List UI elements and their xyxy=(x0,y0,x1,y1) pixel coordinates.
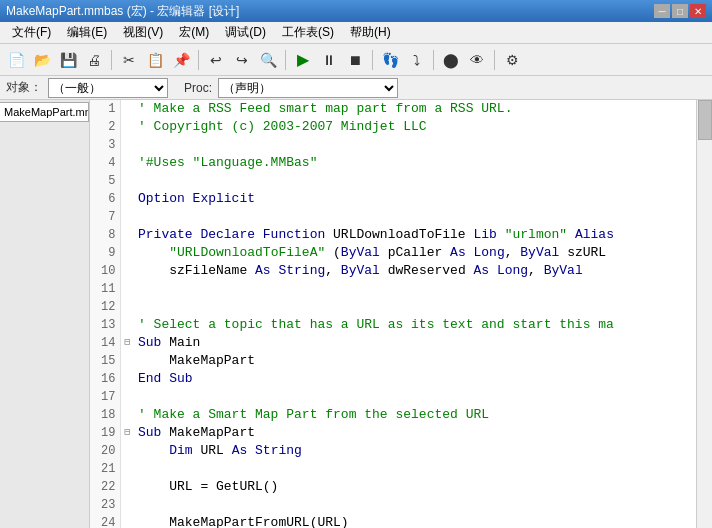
code-content[interactable] xyxy=(134,208,712,226)
code-content[interactable]: MakeMapPart xyxy=(134,352,712,370)
new-button[interactable]: 📄 xyxy=(4,48,28,72)
fold-indicator xyxy=(120,190,134,208)
menu-view[interactable]: 视图(V) xyxy=(115,22,171,43)
code-content[interactable]: Dim URL As String xyxy=(134,442,712,460)
menu-debug[interactable]: 调试(D) xyxy=(217,22,274,43)
save-button[interactable]: 💾 xyxy=(56,48,80,72)
stop-button[interactable]: ⏹ xyxy=(343,48,367,72)
code-content[interactable] xyxy=(134,496,712,514)
step-button[interactable]: 👣 xyxy=(378,48,402,72)
proc-select[interactable]: （声明） xyxy=(218,78,398,98)
code-content[interactable]: Private Declare Function URLDownloadToFi… xyxy=(134,226,712,244)
line-number: 11 xyxy=(90,280,120,298)
file-tab[interactable]: MakeMapPart.mmba ✕ xyxy=(0,102,89,122)
redo-button[interactable]: ↪ xyxy=(230,48,254,72)
file-tab-label: MakeMapPart.mmba xyxy=(4,106,89,118)
maximize-button[interactable]: □ xyxy=(672,4,688,18)
scrollbar-thumb[interactable] xyxy=(698,100,712,140)
open-button[interactable]: 📂 xyxy=(30,48,54,72)
line-number: 2 xyxy=(90,118,120,136)
fold-indicator xyxy=(120,370,134,388)
separator-5 xyxy=(433,50,434,70)
table-row: 7 xyxy=(90,208,712,226)
code-scroll[interactable]: 1' Make a RSS Feed smart map part from a… xyxy=(90,100,712,528)
minimize-button[interactable]: ─ xyxy=(654,4,670,18)
undo-button[interactable]: ↩ xyxy=(204,48,228,72)
fold-indicator xyxy=(120,442,134,460)
fold-indicator xyxy=(120,406,134,424)
table-row: 8Private Declare Function URLDownloadToF… xyxy=(90,226,712,244)
menu-file[interactable]: 文件(F) xyxy=(4,22,59,43)
table-row: 14⊟Sub Main xyxy=(90,334,712,352)
code-content[interactable]: MakeMapPartFromURL(URL) xyxy=(134,514,712,528)
line-number: 22 xyxy=(90,478,120,496)
line-number: 10 xyxy=(90,262,120,280)
properties-button[interactable]: ⚙ xyxy=(500,48,524,72)
code-content[interactable]: ' Copyright (c) 2003-2007 Mindjet LLC xyxy=(134,118,712,136)
code-content[interactable]: End Sub xyxy=(134,370,712,388)
table-row: 18' Make a Smart Map Part from the selec… xyxy=(90,406,712,424)
table-row: 20 Dim URL As String xyxy=(90,442,712,460)
code-content[interactable] xyxy=(134,136,712,154)
close-button[interactable]: ✕ xyxy=(690,4,706,18)
object-select[interactable]: （一般） xyxy=(48,78,168,98)
code-content[interactable] xyxy=(134,388,712,406)
run-button[interactable]: ▶ xyxy=(291,48,315,72)
table-row: 10 szFileName As String, ByVal dwReserve… xyxy=(90,262,712,280)
fold-indicator xyxy=(120,316,134,334)
code-editor[interactable]: 1' Make a RSS Feed smart map part from a… xyxy=(90,100,712,528)
line-number: 18 xyxy=(90,406,120,424)
menu-worksheet[interactable]: 工作表(S) xyxy=(274,22,342,43)
table-row: 13' Select a topic that has a URL as its… xyxy=(90,316,712,334)
separator-2 xyxy=(198,50,199,70)
code-content[interactable]: ' Make a Smart Map Part from the selecte… xyxy=(134,406,712,424)
code-content[interactable] xyxy=(134,280,712,298)
paste-button[interactable]: 📌 xyxy=(169,48,193,72)
line-number: 16 xyxy=(90,370,120,388)
fold-indicator[interactable]: ⊟ xyxy=(120,334,134,352)
table-row: 9 "URLDownloadToFileA" (ByVal pCaller As… xyxy=(90,244,712,262)
pause-button[interactable]: ⏸ xyxy=(317,48,341,72)
code-content[interactable]: ' Select a topic that has a URL as its t… xyxy=(134,316,712,334)
breakpoint-button[interactable]: ⬤ xyxy=(439,48,463,72)
line-number: 1 xyxy=(90,100,120,118)
table-row: 23 xyxy=(90,496,712,514)
code-content[interactable]: Sub Main xyxy=(134,334,712,352)
code-content[interactable]: szFileName As String, ByVal dwReserved A… xyxy=(134,262,712,280)
code-content[interactable]: '#Uses "Language.MMBas" xyxy=(134,154,712,172)
table-row: 24 MakeMapPartFromURL(URL) xyxy=(90,514,712,528)
table-row: 21 xyxy=(90,460,712,478)
cut-button[interactable]: ✂ xyxy=(117,48,141,72)
copy-button[interactable]: 📋 xyxy=(143,48,167,72)
scrollbar-vertical[interactable] xyxy=(696,100,712,528)
code-content[interactable] xyxy=(134,172,712,190)
table-row: 12 xyxy=(90,298,712,316)
separator-6 xyxy=(494,50,495,70)
main-area: MakeMapPart.mmba ✕ 1' Make a RSS Feed sm… xyxy=(0,100,712,528)
code-content[interactable]: Option Explicit xyxy=(134,190,712,208)
fold-indicator xyxy=(120,118,134,136)
find-button[interactable]: 🔍 xyxy=(256,48,280,72)
print-button[interactable]: 🖨 xyxy=(82,48,106,72)
code-content[interactable]: ' Make a RSS Feed smart map part from a … xyxy=(134,100,712,118)
table-row: 16End Sub xyxy=(90,370,712,388)
proc-label: Proc: xyxy=(184,81,212,95)
line-number: 17 xyxy=(90,388,120,406)
code-content[interactable] xyxy=(134,298,712,316)
stepover-button[interactable]: ⤵ xyxy=(404,48,428,72)
table-row: 11 xyxy=(90,280,712,298)
separator-3 xyxy=(285,50,286,70)
fold-indicator xyxy=(120,226,134,244)
fold-indicator xyxy=(120,262,134,280)
watch-button[interactable]: 👁 xyxy=(465,48,489,72)
code-content[interactable]: "URLDownloadToFileA" (ByVal pCaller As L… xyxy=(134,244,712,262)
menu-help[interactable]: 帮助(H) xyxy=(342,22,399,43)
fold-indicator xyxy=(120,172,134,190)
code-content[interactable]: URL = GetURL() xyxy=(134,478,712,496)
code-content[interactable] xyxy=(134,460,712,478)
separator-4 xyxy=(372,50,373,70)
menu-macro[interactable]: 宏(M) xyxy=(171,22,217,43)
fold-indicator[interactable]: ⊟ xyxy=(120,424,134,442)
code-content[interactable]: Sub MakeMapPart xyxy=(134,424,712,442)
menu-edit[interactable]: 编辑(E) xyxy=(59,22,115,43)
